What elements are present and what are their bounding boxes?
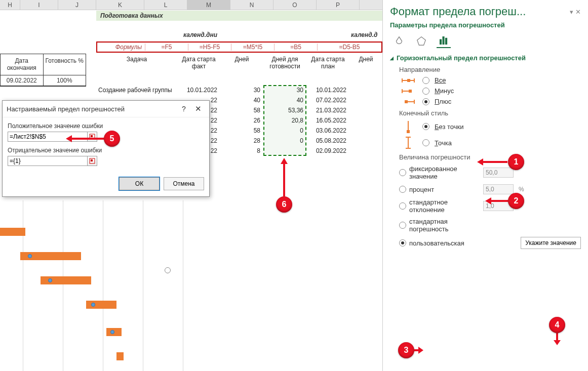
minus-icon [399,88,417,95]
column-headers-row: H I J K L M N O P [0,0,382,10]
pane-subtitle: Параметры предела погрешностей [390,21,581,29]
cancel-button[interactable]: Отмена [164,177,204,190]
small-td-ready[interactable]: 100% [44,75,86,86]
radio-both[interactable] [422,77,429,84]
formula-P[interactable]: =D5-B5 [318,44,381,51]
svg-rect-3 [91,159,93,161]
svg-rect-19 [407,130,410,133]
radio-percent[interactable] [399,186,406,193]
svg-rect-11 [407,79,410,82]
gantt-bar[interactable] [86,301,116,309]
th-date-plan: Дата старта план [306,54,349,72]
data-prep-title: Подготовка данных [96,11,382,21]
dialog-help-button[interactable]: ? [177,104,191,114]
formula-M[interactable]: =H5-F5 [188,44,231,51]
annotation-4: 4 [549,317,565,333]
th-task: Задача [96,54,177,72]
col-header-J[interactable]: J [58,0,96,10]
specify-value-button[interactable]: Укажите значение [521,237,581,249]
options-tab[interactable] [437,34,451,48]
formula-L[interactable]: =F5 [145,44,188,51]
col-header-I[interactable]: I [20,0,58,10]
gantt-bar[interactable] [0,228,25,236]
end-style-label: Конечный стиль [399,109,581,117]
data-point[interactable] [110,330,114,334]
fixed-input[interactable] [483,168,514,178]
col-header-N[interactable]: N [230,0,273,10]
direction-plus-row[interactable]: Плюс [399,98,581,105]
effects-tab[interactable] [414,34,428,48]
stderr-row[interactable]: стандартная погрешность [399,218,581,233]
radio-plus[interactable] [422,98,429,105]
plus-rest: люс [439,98,451,105]
stderr-label: стандартная погрешность [409,218,480,233]
col-header-P[interactable]: P [317,0,360,10]
negative-error-input[interactable] [8,156,88,166]
custom-row[interactable]: пользовательская Укажите значение [399,237,581,249]
percent-row[interactable]: процент % [399,184,581,194]
data-point[interactable] [91,303,95,307]
cal-days-label: календ.дни [183,31,217,38]
col-header-K[interactable]: K [96,0,144,10]
th-days-ready: Дней для готовности [263,54,306,72]
cal-days-label-2: календ.д [351,31,377,38]
radio-minus[interactable] [422,88,429,95]
gantt-bar[interactable] [116,352,124,360]
radio-custom[interactable] [399,239,406,246]
col-header-L[interactable]: L [144,0,187,10]
svg-rect-6 [443,37,444,45]
nocap-icon [399,120,417,133]
end-nocap-row[interactable]: Без точки [399,120,581,133]
small-th-end-date: Дата окончания [1,54,44,75]
annotation-6: 6 [276,196,292,213]
svg-marker-4 [417,37,426,46]
annotation-2-arrow [485,199,508,202]
gridline [103,200,103,371]
formula-N[interactable]: =M5*I5 [231,44,275,51]
annotation-4-arrow [555,333,559,344]
direction-minus-row[interactable]: Минус [399,87,581,95]
percent-label: процент [409,186,480,193]
gridline [183,200,183,371]
radio-fixed[interactable] [399,169,406,176]
pane-title: Формат предела погреш... ▾ ✕ [390,5,581,18]
pane-options-dropdown[interactable]: ▾ ✕ [570,8,581,16]
data-point[interactable] [28,254,32,258]
th-date-fact: Дата старта факт [177,54,220,72]
formulas-label: Формулы [97,44,145,51]
data-point[interactable] [48,278,52,282]
small-td-end-date[interactable]: 09.02.2022 [1,75,44,86]
section-horizontal-error[interactable]: Горизонтальный предел погрешностей [390,54,581,62]
plus-icon [399,98,417,105]
chart-marker[interactable] [165,267,171,273]
ok-button[interactable]: ОК [119,177,160,190]
annotation-5-arrow [66,137,104,140]
radio-nocap[interactable] [422,123,429,130]
format-error-bars-pane: Формат предела погреш... ▾ ✕ Параметры п… [382,0,588,371]
table-row[interactable]: Создание рабочей группы10.01.2022303010.… [96,85,382,95]
direction-label: Направление [399,66,581,73]
col-header-M[interactable]: M [187,0,230,10]
radio-stddev[interactable] [399,202,406,210]
fill-line-tab[interactable] [392,34,406,48]
radio-stderr[interactable] [399,222,406,229]
range-picker-button-neg[interactable] [87,156,97,166]
annotation-1-arrow [477,160,507,163]
end-cap-row[interactable]: Точка [399,136,581,149]
gantt-chart[interactable]: 19.05.202208.07.202227.08.202216.10.2022 [0,191,382,371]
annotation-5: 5 [104,131,120,147]
col-header-O[interactable]: O [273,0,317,10]
formulas-row: Формулы =F5 =H5-F5 =M5*I5 =B5 =D5-B5 [96,42,382,53]
annotation-2: 2 [508,193,524,209]
svg-rect-7 [446,38,447,44]
annotation-1: 1 [508,154,524,170]
col-header-H[interactable]: H [0,0,20,10]
formula-O[interactable]: =B5 [275,44,318,51]
percent-input[interactable] [483,184,514,194]
cap-icon [399,136,417,149]
direction-both-row[interactable]: Все [399,76,581,84]
dialog-close-button[interactable]: ✕ [191,104,205,114]
negative-error-label: Отрицательное значение ошибки [8,147,204,154]
fixed-value-row[interactable]: фиксированное значение [399,165,581,180]
radio-cap[interactable] [422,139,429,146]
